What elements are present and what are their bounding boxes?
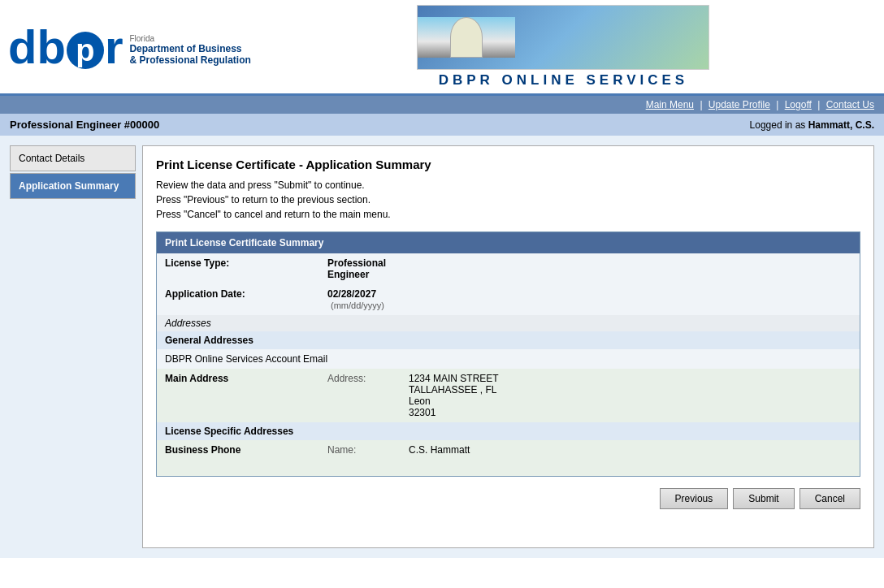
spacer-row xyxy=(157,460,860,476)
previous-button[interactable]: Previous xyxy=(660,488,729,509)
logo-area: dbpr Florida Department of Business & Pr… xyxy=(8,24,251,71)
logged-in-info: Logged in as Hammatt, C.S. xyxy=(750,119,874,131)
page-title: Print License Certificate - Application … xyxy=(156,158,860,171)
general-addresses-row: General Addresses xyxy=(157,331,860,349)
banner-title: DBPR ONLINE SERVICES xyxy=(439,72,689,89)
license-number: Professional Engineer #00000 xyxy=(10,119,159,131)
cancel-button[interactable]: Cancel xyxy=(800,488,860,509)
sidebar-item-contact-details[interactable]: Contact Details xyxy=(10,145,136,171)
license-specific-label: License Specific Addresses xyxy=(157,422,860,440)
addresses-section-row: Addresses xyxy=(157,315,860,331)
button-row: Previous Submit Cancel xyxy=(156,488,860,509)
address-value: 1234 MAIN STREET TALLAHASSEE , FL Leon 3… xyxy=(401,369,860,422)
dbpr-logo: dbpr Florida Department of Business & Pr… xyxy=(8,24,251,71)
dept-text: Florida Department of Business & Profess… xyxy=(129,34,250,71)
update-profile-link[interactable]: Update Profile xyxy=(708,99,770,110)
sidebar: Contact Details Application Summary xyxy=(10,145,136,548)
banner-capitol xyxy=(418,17,514,58)
general-addresses-label: General Addresses xyxy=(157,331,860,349)
summary-section: Print License Certificate Summary Licens… xyxy=(156,231,860,477)
main-menu-link[interactable]: Main Menu xyxy=(646,99,694,110)
instruction-1: Review the data and press "Submit" to co… xyxy=(156,179,860,191)
main-address-label: Main Address xyxy=(157,369,319,422)
summary-table: License Type: Professional Engineer Appl… xyxy=(157,253,860,476)
license-type-label: License Type: xyxy=(157,253,319,284)
instruction-2: Press "Previous" to return to the previo… xyxy=(156,194,860,205)
app-date-value: 02/28/2027 (mm/dd/yyyy) xyxy=(319,284,401,315)
username: Hammatt, C.S. xyxy=(808,119,874,131)
banner-image xyxy=(417,5,709,70)
license-type-row: License Type: Professional Engineer xyxy=(157,253,860,284)
nav-bar: Main Menu | Update Profile | Logoff | Co… xyxy=(0,96,884,114)
name-value: C.S. Hammatt xyxy=(401,440,860,460)
submit-button[interactable]: Submit xyxy=(733,488,794,509)
address-line2: TALLAHASSEE , FL xyxy=(409,384,852,396)
app-date-label: Application Date: xyxy=(157,284,319,315)
business-phone-label: Business Phone xyxy=(157,440,319,460)
instruction-3: Press "Cancel" to cancel and return to t… xyxy=(156,209,860,220)
license-type-value: Professional Engineer xyxy=(319,253,401,284)
summary-header: Print License Certificate Summary xyxy=(157,232,860,253)
address-field-label: Address: xyxy=(319,369,401,422)
logo-text: dbpr xyxy=(8,24,123,71)
page-header: dbpr Florida Department of Business & Pr… xyxy=(0,0,884,96)
dbpr-account-row: DBPR Online Services Account Email xyxy=(157,349,860,369)
content-area: Print License Certificate - Application … xyxy=(142,145,874,548)
address-line1: 1234 MAIN STREET xyxy=(409,373,852,384)
nav-links: Main Menu | Update Profile | Logoff | Co… xyxy=(646,99,874,110)
dbpr-account-label: DBPR Online Services Account Email xyxy=(157,349,860,369)
license-specific-row: License Specific Addresses xyxy=(157,422,860,440)
logoff-link[interactable]: Logoff xyxy=(785,99,812,110)
addresses-label: Addresses xyxy=(157,315,860,331)
address-line4: 32301 xyxy=(409,407,852,418)
sidebar-item-application-summary[interactable]: Application Summary xyxy=(10,173,136,199)
contact-us-link[interactable]: Contact Us xyxy=(826,99,874,110)
main-content: Contact Details Application Summary Prin… xyxy=(0,136,884,558)
name-field-label: Name: xyxy=(319,440,401,460)
business-phone-row: Business Phone Name: C.S. Hammatt xyxy=(157,440,860,460)
date-format-note: (mm/dd/yyyy) xyxy=(331,300,384,310)
address-line3: Leon xyxy=(409,396,852,407)
sub-header: Professional Engineer #00000 Logged in a… xyxy=(0,114,884,136)
header-banner-area: DBPR ONLINE SERVICES xyxy=(251,5,876,89)
app-date-row: Application Date: 02/28/2027 (mm/dd/yyyy… xyxy=(157,284,860,315)
main-address-row: Main Address Address: 1234 MAIN STREET T… xyxy=(157,369,860,422)
